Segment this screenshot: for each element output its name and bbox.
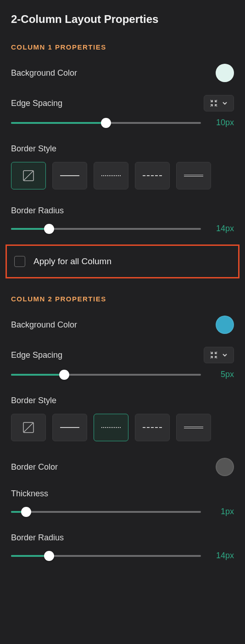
- thickness-label: Thickness: [11, 489, 234, 499]
- border-radius-label-2: Border Radius: [11, 533, 234, 543]
- none-icon: [22, 421, 35, 434]
- section-header-col2: COLUMN 2 PROPERTIES: [11, 295, 234, 303]
- border-style-dashed-2[interactable]: [135, 414, 170, 441]
- edge-spacing-slider-2[interactable]: [11, 374, 201, 376]
- edge-spacing-value: 10px: [212, 118, 234, 128]
- border-color-swatch[interactable]: [216, 458, 234, 476]
- section-header-col1: COLUMN 1 PROPERTIES: [11, 43, 234, 51]
- edge-spacing-label: Edge Spacing: [11, 99, 62, 108]
- border-radius-slider-2[interactable]: [11, 555, 201, 557]
- apply-all-highlight: Apply for all Column: [6, 244, 239, 278]
- bg-color-swatch[interactable]: [216, 64, 234, 82]
- border-style-segmented-2: [11, 414, 234, 441]
- edge-spacing-value-2: 5px: [212, 370, 234, 379]
- border-style-label: Border Style: [11, 144, 234, 154]
- thickness-slider[interactable]: [11, 511, 201, 513]
- border-style-none[interactable]: [11, 162, 46, 189]
- border-style-dotted-2[interactable]: [94, 414, 128, 441]
- border-radius-label: Border Radius: [11, 206, 234, 216]
- svg-line-3: [24, 423, 33, 432]
- border-radius-value-2: 14px: [212, 551, 234, 561]
- border-style-dashed[interactable]: [135, 162, 170, 189]
- svg-line-1: [24, 171, 33, 180]
- bg-color-label: Background Color: [11, 68, 77, 78]
- bg-color-swatch-2[interactable]: [216, 316, 234, 334]
- border-style-solid-2[interactable]: [52, 414, 87, 441]
- border-style-double[interactable]: [176, 162, 211, 189]
- edge-spacing-slider[interactable]: [11, 122, 201, 124]
- apply-all-checkbox[interactable]: [14, 256, 25, 267]
- border-radius-value: 14px: [212, 224, 234, 233]
- panel-title: 2-Column Layout Properties: [11, 13, 234, 26]
- bg-color-label-2: Background Color: [11, 320, 77, 330]
- spacing-mode-dropdown[interactable]: [204, 95, 234, 111]
- border-radius-slider[interactable]: [11, 228, 201, 230]
- border-style-none-2[interactable]: [11, 414, 46, 441]
- border-style-solid[interactable]: [52, 162, 87, 189]
- chevron-down-icon: [222, 352, 228, 358]
- border-style-double-2[interactable]: [176, 414, 211, 441]
- border-style-dotted[interactable]: [94, 162, 128, 189]
- none-icon: [22, 169, 35, 182]
- border-color-label: Border Color: [11, 462, 58, 472]
- spacing-mode-dropdown-2[interactable]: [204, 347, 234, 363]
- collapse-arrows-icon: [210, 99, 218, 107]
- thickness-value: 1px: [212, 507, 234, 516]
- border-style-label-2: Border Style: [11, 396, 234, 405]
- border-style-segmented: [11, 162, 234, 189]
- edge-spacing-label-2: Edge Spacing: [11, 350, 62, 360]
- chevron-down-icon: [222, 100, 228, 106]
- collapse-arrows-icon: [210, 351, 218, 359]
- apply-all-label: Apply for all Column: [33, 256, 111, 266]
